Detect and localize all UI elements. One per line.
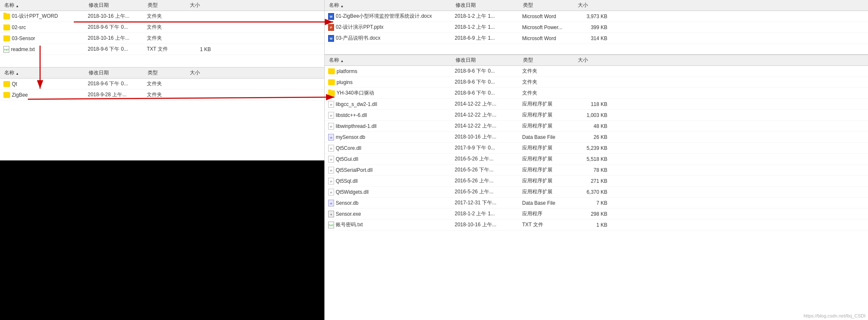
left-top-col-date[interactable]: 修改日期: [86, 0, 145, 11]
file-name: db mySensor.db: [326, 134, 453, 141]
left-top-pane: 名称 修改日期 类型 大小 01-设计PPT_WORD 2018-10-16 上…: [0, 0, 324, 68]
file-name: platforms: [326, 68, 453, 74]
left-top-col-name[interactable]: 名称: [2, 0, 86, 11]
file-type: 文件夹: [145, 91, 187, 98]
table-row[interactable]: W 01-ZigBee小型环境监控管理系统设计.docx 2018-1-2 上午…: [325, 11, 868, 22]
table-row[interactable]: YH-340串口驱动 2018-9-6 下午 0... 文件夹: [325, 88, 868, 99]
right-bottom-col-name[interactable]: 名称: [326, 55, 453, 65]
table-row[interactable]: dll libgcc_s_dw2-1.dll 2014-12-22 上午... …: [325, 99, 868, 110]
table-row[interactable]: TXT readme.txt 2018-9-6 下午 0... TXT 文件 1…: [0, 44, 324, 55]
file-date: 2018-10-16 上午...: [86, 13, 145, 20]
file-date: 2014-12-22 上午...: [453, 111, 520, 119]
txt-icon: TXT: [3, 46, 9, 53]
sort-up-icon: [16, 70, 19, 76]
file-type: Data Base File: [520, 134, 575, 140]
file-size: 1 KB: [187, 46, 213, 52]
table-row[interactable]: dll libstdc++-6.dll 2014-12-22 上午... 应用程…: [325, 110, 868, 121]
file-date: 2017-9-9 下午 0...: [453, 144, 520, 152]
right-top-col-name[interactable]: 名称: [326, 0, 453, 11]
table-row[interactable]: W 03-产品说明书.docx 2018-6-9 上午 1... Microso…: [325, 33, 868, 44]
left-top-col-type[interactable]: 类型: [145, 0, 187, 11]
right-top-col-size[interactable]: 大小: [575, 0, 609, 11]
file-size: 6,370 KB: [575, 189, 609, 195]
file-name: dll Qt5Core.dll: [326, 145, 453, 152]
folder-icon: [3, 14, 10, 19]
table-row[interactable]: db mySensor.db 2018-10-16 上午... Data Bas…: [325, 132, 868, 143]
right-bottom-col-type[interactable]: 类型: [520, 55, 575, 65]
file-size: 3,973 KB: [575, 14, 609, 19]
file-name: W 01-ZigBee小型环境监控管理系统设计.docx: [326, 13, 453, 20]
file-type: TXT 文件: [520, 221, 575, 228]
table-row[interactable]: dll Qt5SerialPort.dll 2016-5-26 下午... 应用…: [325, 165, 868, 176]
table-row[interactable]: dll libwinpthread-1.dll 2014-12-22 上午...…: [325, 121, 868, 132]
file-size: 7 KB: [575, 200, 609, 206]
table-row[interactable]: Qt 2018-9-6 下午 0... 文件夹: [0, 79, 324, 89]
left-bottom-col-name[interactable]: 名称: [2, 68, 86, 78]
file-name: db Sensor.db: [326, 200, 453, 206]
file-name: dll Qt5Sql.dll: [326, 178, 453, 184]
file-type: 应用程序扩展: [520, 155, 575, 163]
table-row[interactable]: 02-src 2018-9-6 下午 0... 文件夹: [0, 22, 324, 33]
file-name: dll libstdc++-6.dll: [326, 112, 453, 119]
file-date: 2018-10-16 上午...: [453, 221, 520, 228]
file-date: 2018-10-16 上午...: [86, 35, 145, 42]
file-size: 78 KB: [575, 167, 609, 173]
file-size: 271 KB: [575, 178, 609, 184]
left-top-col-size[interactable]: 大小: [187, 0, 213, 11]
left-bottom-col-date[interactable]: 修改日期: [86, 68, 145, 78]
table-row[interactable]: 01-设计PPT_WORD 2018-10-16 上午... 文件夹: [0, 11, 324, 22]
file-date: 2017-12-31 下午...: [453, 199, 520, 206]
folder-icon: [328, 79, 335, 85]
table-row[interactable]: plugins 2018-9-6 下午 0... 文件夹: [325, 77, 868, 88]
file-name: 02-src: [2, 24, 86, 30]
dll-icon: dll: [328, 178, 334, 184]
left-top-header: 名称 修改日期 类型 大小: [0, 0, 324, 11]
file-date: 2018-9-6 下午 0...: [86, 80, 145, 87]
file-name: dll Qt5SerialPort.dll: [326, 167, 453, 174]
table-row[interactable]: db Sensor.db 2017-12-31 下午... Data Base …: [325, 198, 868, 209]
file-date: 2018-9-28 上午...: [86, 91, 145, 98]
table-row[interactable]: ZigBee 2018-9-28 上午... 文件夹: [0, 89, 324, 100]
table-row[interactable]: TXT 账号密码.txt 2018-10-16 上午... TXT 文件 1 K…: [325, 220, 868, 231]
file-name: dll Qt5Widgets.dll: [326, 189, 453, 195]
right-panel: 名称 修改日期 类型 大小 W 01-ZigBee小型环境监控管理系统设计.do…: [325, 0, 868, 320]
word-icon: W: [328, 35, 334, 42]
file-name: plugins: [326, 79, 453, 85]
right-top-col-date[interactable]: 修改日期: [453, 0, 520, 11]
ppt-icon: P: [328, 24, 334, 31]
right-top-file-list: W 01-ZigBee小型环境监控管理系统设计.docx 2018-1-2 上午…: [325, 11, 868, 54]
file-size: 298 KB: [575, 211, 609, 217]
table-row[interactable]: platforms 2018-9-6 下午 0... 文件夹: [325, 66, 868, 77]
table-row[interactable]: P 02-设计演示PPT.pptx 2018-1-2 上午 1... Micro…: [325, 22, 868, 33]
right-top-pane: 名称 修改日期 类型 大小 W 01-ZigBee小型环境监控管理系统设计.do…: [325, 0, 868, 55]
right-bottom-col-date[interactable]: 修改日期: [453, 55, 520, 65]
left-bottom-col-size[interactable]: 大小: [187, 68, 213, 78]
folder-icon: [3, 24, 10, 30]
file-size: 1,003 KB: [575, 112, 609, 118]
file-size: 314 KB: [575, 35, 609, 41]
dll-icon: dll: [328, 189, 334, 195]
table-row[interactable]: dll Qt5Widgets.dll 2016-5-26 上午... 应用程序扩…: [325, 187, 868, 198]
table-row[interactable]: 03-Sensor 2018-10-16 上午... 文件夹: [0, 33, 324, 44]
file-type: 文件夹: [520, 68, 575, 75]
table-row[interactable]: dll Qt5Sql.dll 2016-5-26 上午... 应用程序扩展 27…: [325, 176, 868, 187]
file-name: dll libgcc_s_dw2-1.dll: [326, 101, 453, 108]
dll-icon: dll: [328, 101, 334, 108]
table-row[interactable]: dll Qt5Gui.dll 2016-5-26 上午... 应用程序扩展 5,…: [325, 154, 868, 165]
file-date: 2018-6-9 上午 1...: [453, 35, 520, 42]
table-row[interactable]: dll Qt5Core.dll 2017-9-9 下午 0... 应用程序扩展 …: [325, 143, 868, 154]
file-date: 2014-12-22 上午...: [453, 100, 520, 108]
right-bottom-file-list: platforms 2018-9-6 下午 0... 文件夹 plugins 2…: [325, 66, 868, 320]
left-bottom-file-list: Qt 2018-9-6 下午 0... 文件夹 ZigBee 2018-9-28…: [0, 79, 324, 160]
file-date: 2018-1-2 上午 1...: [453, 210, 520, 217]
file-date: 2018-9-6 下午 0...: [86, 46, 145, 53]
folder-icon: [3, 81, 10, 87]
file-type: Microsoft Power...: [520, 24, 575, 30]
file-name: ZigBee: [2, 92, 86, 98]
sort-up-icon: [16, 3, 19, 8]
right-top-col-type[interactable]: 类型: [520, 0, 575, 11]
table-row[interactable]: ⚙ Sensor.exe 2018-1-2 上午 1... 应用程序 298 K…: [325, 209, 868, 220]
left-bottom-col-type[interactable]: 类型: [145, 68, 187, 78]
folder-icon: [3, 92, 10, 98]
right-bottom-col-size[interactable]: 大小: [575, 55, 609, 65]
